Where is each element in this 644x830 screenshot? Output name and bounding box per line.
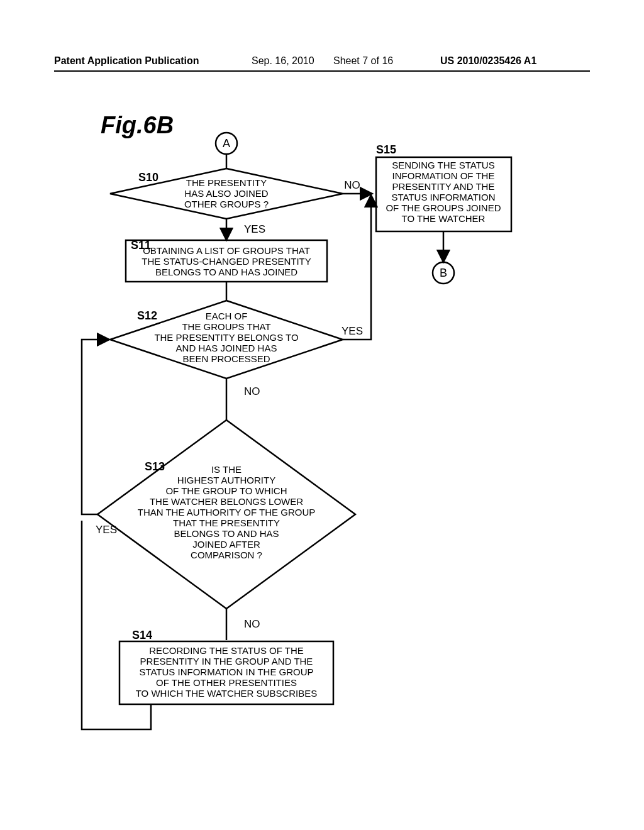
svg-text:NO: NO xyxy=(344,179,360,191)
publication-date: Sep. 16, 2010 xyxy=(252,55,314,67)
flowchart: A S10 THE PRESENTITYHAS ALSO JOINEDOTHER… xyxy=(57,126,572,786)
svg-text:EACH OFTHE GROUPS THATTHE PRES: EACH OFTHE GROUPS THATTHE PRESENTITY BEL… xyxy=(154,311,298,364)
edge-s10-no: NO xyxy=(343,179,371,194)
edge-s12-yes: YES xyxy=(341,196,371,340)
svg-text:IS THEHIGHEST AUTHORITYOF THE : IS THEHIGHEST AUTHORITYOF THE GROUP TO W… xyxy=(138,464,316,560)
svg-text:NO: NO xyxy=(244,385,260,397)
svg-text:YES: YES xyxy=(341,325,363,337)
edge-s13-yes: YES xyxy=(82,340,117,536)
header-rule xyxy=(54,70,590,72)
svg-text:S15: S15 xyxy=(376,143,396,156)
connector-b: B xyxy=(433,262,454,284)
process-s15: S15 SENDING THE STATUSINFORMATION OF THE… xyxy=(376,143,511,231)
svg-text:RECORDING THE STATUS OF THEPRE: RECORDING THE STATUS OF THEPRESENTITY IN… xyxy=(136,645,318,699)
svg-text:S13: S13 xyxy=(145,460,165,473)
svg-text:B: B xyxy=(440,267,447,279)
publication-number: US 2010/0235426 A1 xyxy=(440,55,536,67)
svg-text:YES: YES xyxy=(244,223,265,235)
svg-text:SENDING THE STATUSINFORMATION : SENDING THE STATUSINFORMATION OF THEPRES… xyxy=(386,160,501,224)
edge-s12-no: NO xyxy=(226,379,260,420)
decision-s13: S13 IS THEHIGHEST AUTHORITYOF THE GROUP … xyxy=(97,420,355,609)
connector-a: A xyxy=(216,133,237,169)
svg-text:OBTAINING A LIST OF GROUPS THA: OBTAINING A LIST OF GROUPS THATTHE STATU… xyxy=(142,245,311,277)
edge-s13-no: NO xyxy=(226,609,260,640)
sheet-number: Sheet 7 of 16 xyxy=(333,55,393,67)
svg-text:S12: S12 xyxy=(137,309,157,322)
svg-text:S14: S14 xyxy=(132,629,152,641)
decision-s10: S10 THE PRESENTITYHAS ALSO JOINEDOTHER G… xyxy=(110,169,343,219)
process-s11: S11 OBTAINING A LIST OF GROUPS THATTHE S… xyxy=(126,239,327,301)
svg-text:NO: NO xyxy=(244,618,260,630)
svg-text:S10: S10 xyxy=(138,171,158,184)
publication-label: Patent Application Publication xyxy=(54,55,199,67)
svg-text:THE PRESENTITYHAS ALSO JOINEDO: THE PRESENTITYHAS ALSO JOINEDOTHER GROUP… xyxy=(184,177,269,209)
svg-text:A: A xyxy=(223,137,230,150)
decision-s12: S12 EACH OFTHE GROUPS THATTHE PRESENTITY… xyxy=(110,301,343,379)
svg-text:YES: YES xyxy=(96,524,117,536)
edge-s10-yes: YES xyxy=(226,219,265,239)
